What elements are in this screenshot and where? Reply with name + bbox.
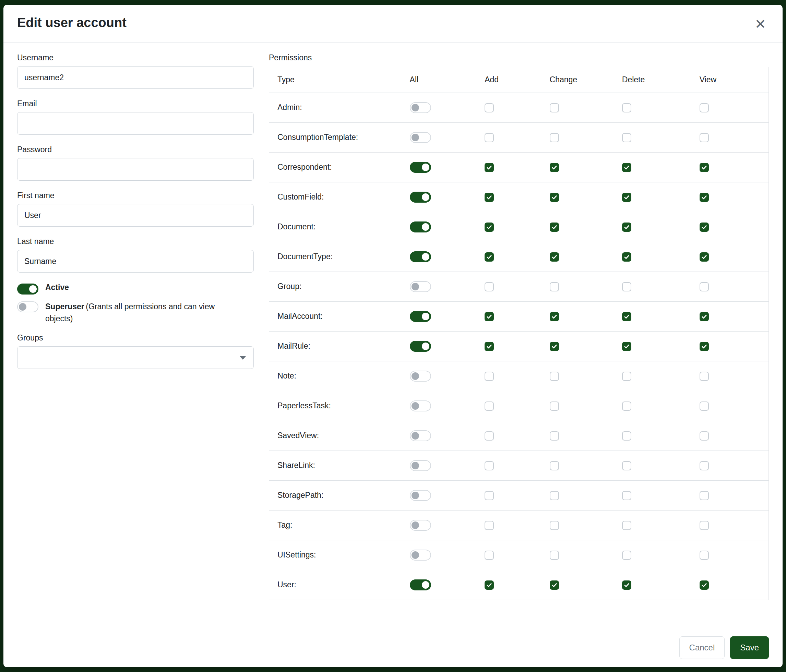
permission-all-toggle[interactable] bbox=[410, 281, 431, 292]
permission-change-checkbox[interactable] bbox=[550, 193, 559, 202]
permission-view-checkbox[interactable] bbox=[700, 342, 709, 351]
permission-delete-checkbox[interactable] bbox=[622, 103, 631, 113]
permission-change-checkbox[interactable] bbox=[550, 461, 559, 470]
first-name-input[interactable] bbox=[17, 204, 254, 227]
permission-change-checkbox[interactable] bbox=[550, 342, 559, 351]
permission-delete-checkbox[interactable] bbox=[622, 461, 631, 470]
permission-delete-checkbox[interactable] bbox=[622, 491, 631, 500]
email-input[interactable] bbox=[17, 112, 254, 135]
check-icon bbox=[701, 194, 707, 201]
permission-change-checkbox[interactable] bbox=[550, 581, 559, 590]
permission-all-toggle[interactable] bbox=[410, 371, 431, 382]
permission-add-checkbox[interactable] bbox=[484, 461, 494, 470]
column-header-change: Change bbox=[541, 67, 614, 93]
permission-delete-checkbox[interactable] bbox=[622, 193, 631, 202]
permission-add-checkbox[interactable] bbox=[484, 133, 494, 142]
permission-add-checkbox[interactable] bbox=[484, 342, 494, 351]
permission-view-checkbox[interactable] bbox=[700, 551, 709, 560]
permission-view-checkbox[interactable] bbox=[700, 402, 709, 411]
permission-change-checkbox[interactable] bbox=[550, 103, 559, 113]
groups-select[interactable] bbox=[17, 346, 254, 369]
permission-add-checkbox[interactable] bbox=[484, 372, 494, 381]
permission-add-checkbox[interactable] bbox=[484, 103, 494, 113]
permission-change-checkbox[interactable] bbox=[550, 402, 559, 411]
permission-all-toggle[interactable] bbox=[410, 162, 431, 173]
permission-add-checkbox[interactable] bbox=[484, 252, 494, 262]
permission-all-toggle[interactable] bbox=[410, 490, 431, 501]
permission-view-checkbox[interactable] bbox=[700, 491, 709, 500]
permission-delete-checkbox[interactable] bbox=[622, 342, 631, 351]
permission-all-toggle[interactable] bbox=[410, 102, 431, 113]
close-button[interactable]: ✕ bbox=[752, 16, 769, 32]
permission-all-toggle[interactable] bbox=[410, 251, 431, 262]
permission-change-checkbox[interactable] bbox=[550, 223, 559, 232]
permission-view-checkbox[interactable] bbox=[700, 431, 709, 441]
permission-delete-checkbox[interactable] bbox=[622, 252, 631, 262]
permission-change-checkbox[interactable] bbox=[550, 491, 559, 500]
permission-add-checkbox[interactable] bbox=[484, 521, 494, 530]
permission-delete-checkbox[interactable] bbox=[622, 133, 631, 142]
permission-delete-checkbox[interactable] bbox=[622, 431, 631, 441]
permission-view-checkbox[interactable] bbox=[700, 521, 709, 530]
permission-add-checkbox[interactable] bbox=[484, 193, 494, 202]
permission-change-checkbox[interactable] bbox=[550, 521, 559, 530]
permission-view-checkbox[interactable] bbox=[700, 372, 709, 381]
permission-all-toggle[interactable] bbox=[410, 430, 431, 441]
active-toggle[interactable] bbox=[17, 284, 38, 295]
permission-all-toggle[interactable] bbox=[410, 311, 431, 322]
permission-delete-checkbox[interactable] bbox=[622, 402, 631, 411]
permission-view-checkbox[interactable] bbox=[700, 252, 709, 262]
permission-all-toggle[interactable] bbox=[410, 132, 431, 143]
check-icon bbox=[551, 313, 558, 320]
permission-add-checkbox[interactable] bbox=[484, 282, 494, 291]
permission-all-toggle[interactable] bbox=[410, 520, 431, 531]
permission-change-checkbox[interactable] bbox=[550, 431, 559, 441]
permission-view-checkbox[interactable] bbox=[700, 103, 709, 113]
permission-all-toggle[interactable] bbox=[410, 579, 431, 590]
permission-all-toggle[interactable] bbox=[410, 341, 431, 352]
username-input[interactable] bbox=[17, 66, 254, 89]
permission-add-checkbox[interactable] bbox=[484, 163, 494, 172]
permission-view-checkbox[interactable] bbox=[700, 163, 709, 172]
permission-view-checkbox[interactable] bbox=[700, 581, 709, 590]
permission-all-toggle[interactable] bbox=[410, 192, 431, 203]
permission-change-checkbox[interactable] bbox=[550, 163, 559, 172]
permission-change-checkbox[interactable] bbox=[550, 551, 559, 560]
permission-delete-checkbox[interactable] bbox=[622, 282, 631, 291]
permission-change-checkbox[interactable] bbox=[550, 372, 559, 381]
last-name-input[interactable] bbox=[17, 250, 254, 273]
permission-all-toggle[interactable] bbox=[410, 221, 431, 232]
permission-all-toggle[interactable] bbox=[410, 460, 431, 471]
permission-add-checkbox[interactable] bbox=[484, 223, 494, 232]
permission-add-checkbox[interactable] bbox=[484, 581, 494, 590]
permission-view-checkbox[interactable] bbox=[700, 223, 709, 232]
check-icon bbox=[701, 343, 707, 350]
permission-add-checkbox[interactable] bbox=[484, 312, 494, 321]
permission-change-checkbox[interactable] bbox=[550, 282, 559, 291]
permission-change-checkbox[interactable] bbox=[550, 133, 559, 142]
password-input[interactable] bbox=[17, 158, 254, 181]
permission-view-checkbox[interactable] bbox=[700, 312, 709, 321]
permission-change-checkbox[interactable] bbox=[550, 312, 559, 321]
permission-view-checkbox[interactable] bbox=[700, 282, 709, 291]
permission-view-checkbox[interactable] bbox=[700, 133, 709, 142]
permission-change-checkbox[interactable] bbox=[550, 252, 559, 262]
save-button[interactable]: Save bbox=[730, 636, 769, 659]
permission-add-checkbox[interactable] bbox=[484, 402, 494, 411]
permission-all-toggle[interactable] bbox=[410, 550, 431, 561]
permission-delete-checkbox[interactable] bbox=[622, 551, 631, 560]
cancel-button[interactable]: Cancel bbox=[679, 636, 725, 659]
permission-add-checkbox[interactable] bbox=[484, 551, 494, 560]
permission-add-checkbox[interactable] bbox=[484, 431, 494, 441]
permission-delete-checkbox[interactable] bbox=[622, 163, 631, 172]
superuser-toggle[interactable] bbox=[17, 301, 38, 312]
permission-view-checkbox[interactable] bbox=[700, 461, 709, 470]
permission-delete-checkbox[interactable] bbox=[622, 372, 631, 381]
permission-delete-checkbox[interactable] bbox=[622, 312, 631, 321]
permission-delete-checkbox[interactable] bbox=[622, 521, 631, 530]
permission-delete-checkbox[interactable] bbox=[622, 223, 631, 232]
permission-all-toggle[interactable] bbox=[410, 400, 431, 411]
permission-add-checkbox[interactable] bbox=[484, 491, 494, 500]
permission-delete-checkbox[interactable] bbox=[622, 581, 631, 590]
permission-view-checkbox[interactable] bbox=[700, 193, 709, 202]
